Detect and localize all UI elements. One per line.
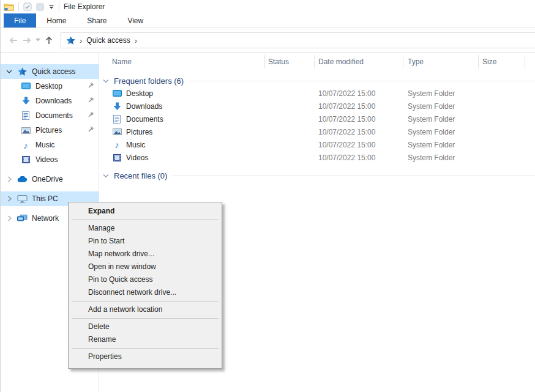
sidebar-item-label: Documents — [36, 111, 73, 120]
videos-icon — [112, 154, 122, 161]
file-row-desktop[interactable]: Desktop 10/07/2022 15:00 System Folder — [99, 87, 535, 100]
group-label: Recent files (0) — [114, 171, 167, 180]
file-date-modified: 10/07/2022 15:00 — [318, 141, 375, 149]
file-name: Videos — [126, 153, 148, 162]
sidebar-item-documents[interactable]: Documents — [1, 108, 99, 123]
menu-item-properties[interactable]: Properties — [70, 350, 220, 363]
downloads-icon — [20, 97, 31, 105]
address-bar: › Quick access › — [1, 28, 535, 53]
file-name: Music — [126, 141, 145, 149]
downloads-icon — [112, 102, 122, 111]
file-date-modified: 10/07/2022 15:00 — [318, 89, 375, 98]
network-icon — [17, 215, 28, 222]
sidebar-item-desktop[interactable]: Desktop — [1, 79, 99, 94]
file-type: System Folder — [408, 153, 455, 162]
sidebar-item-pictures[interactable]: Pictures — [1, 123, 99, 138]
sidebar-item-quick-access[interactable]: Quick access — [1, 64, 99, 79]
forward-arrow-icon[interactable] — [20, 34, 34, 47]
column-divider[interactable] — [403, 55, 403, 68]
documents-icon — [112, 115, 122, 124]
tab-home[interactable]: Home — [36, 13, 77, 28]
up-arrow-icon[interactable] — [42, 34, 56, 47]
file-row-music[interactable]: ♪ Music 10/07/2022 15:00 System Folder — [99, 138, 535, 151]
file-name: Desktop — [126, 89, 153, 98]
tab-share[interactable]: Share — [77, 13, 117, 28]
column-header-type[interactable]: Type — [408, 57, 424, 66]
menu-separator — [72, 348, 219, 349]
pin-icon — [88, 82, 94, 89]
menu-item-expand[interactable]: Expand — [70, 205, 220, 218]
qat-new-folder-icon[interactable] — [36, 3, 44, 11]
column-divider[interactable] — [314, 55, 315, 68]
sidebar-item-music[interactable]: ♪ Music — [1, 138, 99, 152]
window-title: File Explorer — [64, 2, 105, 11]
menu-item-disconnect-network-drive[interactable]: Disconnect network drive... — [70, 286, 220, 299]
music-icon: ♪ — [20, 141, 31, 150]
chevron-down-icon[interactable] — [103, 174, 109, 178]
sidebar-item-label: Pictures — [36, 126, 62, 135]
sidebar-item-videos[interactable]: Videos — [1, 152, 99, 167]
sidebar-item-onedrive[interactable]: OneDrive — [1, 172, 99, 187]
menu-item-open-in-new-window[interactable]: Open in new window — [70, 261, 220, 273]
recent-locations-chevron-icon[interactable] — [34, 34, 42, 47]
column-header-size[interactable]: Size — [482, 57, 496, 66]
qat-properties-check-icon[interactable] — [23, 2, 32, 11]
quick-access-star-icon — [17, 67, 28, 76]
file-row-videos[interactable]: Videos 10/07/2022 15:00 System Folder — [99, 151, 535, 164]
menu-separator — [72, 220, 219, 220]
chevron-down-icon[interactable] — [103, 79, 109, 83]
chevron-right-icon[interactable] — [4, 176, 14, 182]
music-icon: ♪ — [112, 140, 122, 149]
file-explorer-window: { "titlebar": { "title": "File Explorer"… — [0, 0, 535, 392]
file-type: System Folder — [408, 102, 455, 111]
file-type: System Folder — [408, 128, 455, 136]
qat-separator — [59, 2, 59, 11]
column-header-status[interactable]: Status — [268, 57, 289, 66]
back-arrow-icon[interactable] — [7, 34, 20, 47]
chevron-right-icon[interactable] — [4, 196, 14, 202]
file-row-documents[interactable]: Documents 10/07/2022 15:00 System Folder — [99, 113, 535, 125]
menu-item-map-network-drive[interactable]: Map network drive... — [70, 248, 220, 261]
tab-file[interactable]: File — [4, 13, 36, 28]
column-header-row: Name Status Date modified Type Size — [99, 53, 535, 71]
menu-item-pin-to-start[interactable]: Pin to Start — [70, 235, 220, 248]
group-header-frequent-folders[interactable]: Frequent folders (6) — [99, 75, 535, 87]
file-row-pictures[interactable]: Pictures 10/07/2022 15:00 System Folder — [99, 125, 535, 138]
file-name: Downloads — [126, 102, 162, 111]
column-divider[interactable] — [525, 55, 525, 68]
address-breadcrumb-box[interactable]: › Quick access › — [61, 32, 535, 48]
column-header-date-modified[interactable]: Date modified — [318, 57, 364, 66]
qat-customize-dropdown-icon[interactable] — [48, 4, 54, 10]
pin-icon — [88, 97, 94, 103]
menu-item-pin-to-quick-access[interactable]: Pin to Quick access — [70, 273, 220, 286]
chevron-right-icon[interactable] — [4, 215, 14, 221]
breadcrumb-chevron[interactable]: › — [135, 36, 137, 45]
file-name: Pictures — [126, 128, 152, 136]
tab-view[interactable]: View — [117, 13, 154, 28]
sidebar-item-label: OneDrive — [32, 175, 63, 183]
chevron-down-icon[interactable] — [4, 69, 14, 74]
sidebar-item-downloads[interactable]: Downloads — [1, 94, 99, 108]
menu-separator — [72, 318, 219, 319]
file-row-downloads[interactable]: Downloads 10/07/2022 15:00 System Folder — [99, 100, 535, 113]
menu-item-manage[interactable]: Manage — [70, 222, 220, 235]
menu-item-rename[interactable]: Rename — [70, 333, 220, 346]
breadcrumb-chevron[interactable]: › — [80, 36, 82, 45]
column-divider[interactable] — [478, 55, 479, 68]
sidebar-item-label: Quick access — [32, 67, 75, 76]
group-header-recent-files[interactable]: Recent files (0) — [99, 169, 535, 182]
this-pc-icon — [17, 195, 28, 203]
column-divider[interactable] — [264, 55, 265, 68]
menu-item-delete[interactable]: Delete — [70, 320, 220, 333]
onedrive-cloud-icon — [17, 176, 28, 183]
pin-icon — [88, 126, 94, 133]
file-date-modified: 10/07/2022 15:00 — [318, 115, 375, 124]
breadcrumb-location[interactable]: Quick access — [86, 36, 130, 45]
pictures-icon — [112, 128, 122, 135]
ribbon-tab-bar: File Home Share View — [1, 13, 535, 28]
title-bar: File Explorer — [1, 0, 535, 13]
menu-item-add-a-network-location[interactable]: Add a network location — [70, 303, 220, 316]
desktop-icon — [20, 83, 31, 90]
file-date-modified: 10/07/2022 15:00 — [318, 128, 375, 136]
column-header-name[interactable]: Name — [112, 57, 132, 66]
